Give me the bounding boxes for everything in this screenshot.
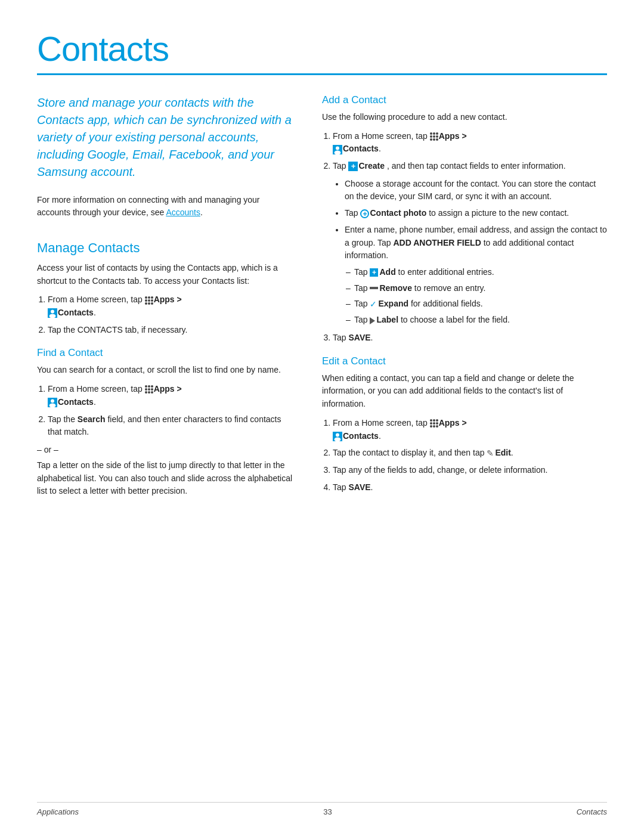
find-contact-body: You can search for a contact, or scroll … bbox=[37, 364, 293, 377]
add-bullet-3: Enter a name, phone number, email addres… bbox=[345, 224, 607, 327]
add-contacts-label: Contacts bbox=[343, 144, 379, 153]
edit-step-3: Tap any of the fields to add, change, or… bbox=[333, 464, 607, 477]
dash-expand: Tap ✓Expand for additional fields. bbox=[354, 298, 607, 311]
find-step-1-before: From a Home screen, tap bbox=[48, 384, 145, 394]
add-step-1: From a Home screen, tap Apps > Contacts. bbox=[333, 130, 607, 156]
add-save-bold: SAVE bbox=[348, 333, 370, 342]
apps-grid-icon bbox=[145, 296, 153, 305]
svg-point-4 bbox=[51, 400, 54, 403]
intro-note-text: For more information on connecting with … bbox=[37, 195, 260, 217]
edit-step-1-before: From a Home screen, tap bbox=[333, 418, 430, 428]
search-bold: Search bbox=[78, 414, 106, 424]
add-dashes: Tap +Add to enter additional entries. Ta… bbox=[345, 266, 607, 327]
add-apps-grid-icon bbox=[430, 132, 438, 141]
create-bold: Create bbox=[358, 161, 385, 171]
edit-save-bold: SAVE bbox=[348, 482, 370, 492]
find-apps-label: Apps > bbox=[154, 384, 182, 394]
edit-apps-label: Apps > bbox=[439, 418, 467, 428]
contacts-person-icon bbox=[48, 308, 57, 318]
accounts-link[interactable]: Accounts bbox=[166, 208, 200, 217]
dash-add: Tap +Add to enter additional entries. bbox=[354, 266, 607, 279]
find-contacts-label: Contacts bbox=[58, 397, 94, 407]
add-another-field-bold: ADD ANOTHER FIELD bbox=[393, 238, 481, 247]
create-plus-icon: + bbox=[348, 162, 358, 171]
dash-remove-icon bbox=[370, 287, 378, 289]
right-column: Add a Contact Use the following procedur… bbox=[322, 94, 607, 504]
page-title: Contacts bbox=[37, 29, 607, 69]
add-contact-steps: From a Home screen, tap Apps > Contacts. bbox=[322, 130, 607, 345]
svg-point-10 bbox=[336, 433, 339, 436]
manage-contacts-heading: Manage Contacts bbox=[37, 240, 293, 256]
add-contact-heading: Add a Contact bbox=[322, 94, 607, 106]
edit-step-4: Tap SAVE. bbox=[333, 481, 607, 494]
edit-apps-grid-icon bbox=[430, 419, 438, 428]
add-bullet-2: Tap +Contact photo to assign a picture t… bbox=[345, 207, 607, 220]
find-contact-heading: Find a Contact bbox=[37, 347, 293, 359]
edit-contacts-label: Contacts bbox=[343, 431, 379, 441]
find-apps-grid-icon bbox=[145, 385, 153, 394]
page: Contacts Store and manage your contacts … bbox=[0, 0, 644, 833]
content-columns: Store and manage your contacts with the … bbox=[37, 94, 607, 504]
contact-photo-bold: Contact photo bbox=[370, 208, 426, 218]
edit-contacts-person-icon bbox=[333, 432, 342, 441]
footer-right: Contacts bbox=[577, 807, 607, 816]
manage-contacts-body: Access your list of contacts by using th… bbox=[37, 262, 293, 287]
dash-expand-icon: ✓ bbox=[370, 298, 377, 311]
edit-step-2: Tap the contact to display it, and then … bbox=[333, 447, 607, 460]
intro-note: For more information on connecting with … bbox=[37, 194, 293, 219]
or-separator: – or – bbox=[37, 445, 293, 454]
edit-contact-body: When editing a contact, you can tap a fi… bbox=[322, 372, 607, 411]
intro-italic: Store and manage your contacts with the … bbox=[37, 94, 293, 181]
add-step-2: Tap +Create , and then tap contact field… bbox=[333, 160, 607, 327]
find-contact-steps: From a Home screen, tap Apps > Contacts. bbox=[37, 383, 293, 439]
find-or-body: Tap a letter on the side of the list to … bbox=[37, 459, 293, 498]
add-contacts-person-icon bbox=[333, 145, 342, 154]
dash-add-bold: Add bbox=[379, 267, 395, 277]
edit-bold: Edit bbox=[495, 448, 510, 457]
add-step-1-before: From a Home screen, tap bbox=[333, 131, 430, 141]
add-contact-body: Use the following procedure to add a new… bbox=[322, 111, 607, 124]
add-bullet-1: Choose a storage account for the contact… bbox=[345, 178, 607, 203]
footer-page-number: 33 bbox=[323, 807, 332, 816]
dash-label: Tap Label to choose a label for the fiel… bbox=[354, 314, 607, 327]
manage-step-2: Tap the CONTACTS tab, if necessary. bbox=[48, 324, 293, 337]
manage-contacts-steps: From a Home screen, tap Apps > Contacts. bbox=[37, 293, 293, 336]
edit-contact-heading: Edit a Contact bbox=[322, 355, 607, 367]
dash-add-icon: + bbox=[370, 268, 378, 277]
svg-point-7 bbox=[336, 146, 339, 150]
contacts-label-1: Contacts bbox=[58, 308, 94, 317]
apps-label: Apps > bbox=[154, 295, 182, 304]
dash-label-bold: Label bbox=[376, 315, 398, 324]
edit-pencil-icon: ✎ bbox=[487, 447, 494, 460]
title-divider bbox=[37, 73, 607, 75]
manage-step-1: From a Home screen, tap Apps > Contacts. bbox=[48, 293, 293, 319]
find-contacts-person-icon bbox=[48, 398, 57, 407]
footer-left: Applications bbox=[37, 807, 79, 816]
contact-photo-circle-icon: + bbox=[360, 209, 369, 218]
add-apps-label: Apps > bbox=[439, 131, 467, 141]
edit-step-1: From a Home screen, tap Apps > Contacts. bbox=[333, 417, 607, 442]
page-footer: Applications 33 Contacts bbox=[37, 802, 607, 816]
find-step-2: Tap the Search field, and then enter cha… bbox=[48, 413, 293, 439]
add-bullets: Choose a storage account for the contact… bbox=[333, 178, 607, 327]
dash-remove-bold: Remove bbox=[379, 283, 411, 293]
dash-expand-bold: Expand bbox=[378, 299, 408, 308]
add-step-3: Tap SAVE. bbox=[333, 332, 607, 345]
manage-step-1-text-before: From a Home screen, tap bbox=[48, 295, 145, 304]
find-step-1: From a Home screen, tap Apps > Contacts. bbox=[48, 383, 293, 408]
dash-label-icon bbox=[370, 317, 375, 324]
edit-contact-steps: From a Home screen, tap Apps > Contacts. bbox=[322, 417, 607, 494]
intro-note-end: . bbox=[200, 208, 203, 217]
svg-point-1 bbox=[51, 310, 54, 314]
left-column: Store and manage your contacts with the … bbox=[37, 94, 293, 504]
dash-remove: Tap Remove to remove an entry. bbox=[354, 282, 607, 295]
